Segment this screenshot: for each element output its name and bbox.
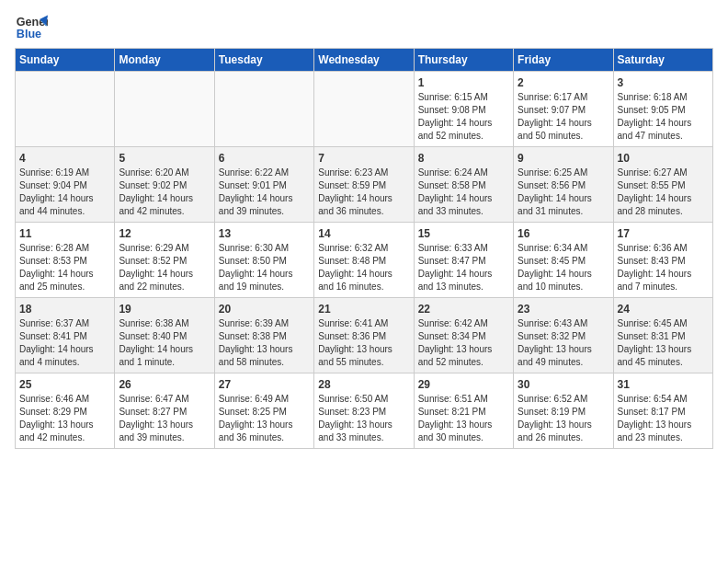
day-number: 30 <box>518 377 609 392</box>
day-info: Sunrise: 6:28 AMSunset: 8:53 PMDaylight:… <box>19 242 110 293</box>
calendar-cell: 23Sunrise: 6:43 AMSunset: 8:32 PMDayligh… <box>514 298 613 373</box>
day-number: 24 <box>618 302 709 316</box>
day-info: Sunrise: 6:19 AMSunset: 9:04 PMDaylight:… <box>19 167 110 217</box>
calendar-cell: 24Sunrise: 6:45 AMSunset: 8:31 PMDayligh… <box>613 298 712 373</box>
weekday-header-saturday: Saturday <box>613 49 712 72</box>
calendar-cell: 22Sunrise: 6:42 AMSunset: 8:34 PMDayligh… <box>414 298 513 373</box>
day-info: Sunrise: 6:51 AMSunset: 8:21 PMDaylight:… <box>418 393 509 443</box>
day-info: Sunrise: 6:20 AMSunset: 9:02 PMDaylight:… <box>119 167 210 217</box>
day-number: 21 <box>318 302 409 316</box>
logo: General Blue <box>15 11 48 44</box>
header: General Blue <box>15 11 713 44</box>
weekday-header-sunday: Sunday <box>16 49 115 72</box>
svg-text:Blue: Blue <box>17 28 41 40</box>
calendar-week-2: 4Sunrise: 6:19 AMSunset: 9:04 PMDaylight… <box>16 147 713 223</box>
calendar-cell: 5Sunrise: 6:20 AMSunset: 9:02 PMDaylight… <box>115 147 214 223</box>
day-info: Sunrise: 6:49 AMSunset: 8:25 PMDaylight:… <box>219 393 310 443</box>
calendar-cell: 6Sunrise: 6:22 AMSunset: 9:01 PMDaylight… <box>214 147 313 223</box>
day-info: Sunrise: 6:34 AMSunset: 8:45 PMDaylight:… <box>518 242 609 293</box>
calendar-cell <box>214 72 313 147</box>
weekday-header-thursday: Thursday <box>414 49 513 72</box>
day-number: 20 <box>219 302 310 316</box>
day-number: 18 <box>19 302 110 316</box>
day-info: Sunrise: 6:27 AMSunset: 8:55 PMDaylight:… <box>618 167 709 217</box>
calendar-cell: 3Sunrise: 6:18 AMSunset: 9:05 PMDaylight… <box>613 72 712 147</box>
calendar-cell: 31Sunrise: 6:54 AMSunset: 8:17 PMDayligh… <box>613 373 712 449</box>
weekday-header-wednesday: Wednesday <box>314 49 414 72</box>
day-info: Sunrise: 6:33 AMSunset: 8:47 PMDaylight:… <box>418 242 509 293</box>
header-row: SundayMondayTuesdayWednesdayThursdayFrid… <box>16 49 713 72</box>
calendar-cell: 27Sunrise: 6:49 AMSunset: 8:25 PMDayligh… <box>214 373 313 449</box>
calendar-cell: 30Sunrise: 6:52 AMSunset: 8:19 PMDayligh… <box>514 373 613 449</box>
calendar-cell: 13Sunrise: 6:30 AMSunset: 8:50 PMDayligh… <box>214 223 313 298</box>
day-number: 13 <box>219 226 310 241</box>
calendar-cell: 29Sunrise: 6:51 AMSunset: 8:21 PMDayligh… <box>414 373 513 449</box>
weekday-header-monday: Monday <box>115 49 214 72</box>
day-number: 6 <box>219 151 310 166</box>
day-number: 16 <box>518 226 609 241</box>
calendar-cell: 12Sunrise: 6:29 AMSunset: 8:52 PMDayligh… <box>115 223 214 298</box>
day-info: Sunrise: 6:30 AMSunset: 8:50 PMDaylight:… <box>219 242 310 293</box>
calendar-cell: 10Sunrise: 6:27 AMSunset: 8:55 PMDayligh… <box>613 147 712 223</box>
day-number: 22 <box>418 302 509 316</box>
day-info: Sunrise: 6:23 AMSunset: 8:59 PMDaylight:… <box>318 167 409 217</box>
day-info: Sunrise: 6:41 AMSunset: 8:36 PMDaylight:… <box>318 317 409 368</box>
day-info: Sunrise: 6:42 AMSunset: 8:34 PMDaylight:… <box>418 317 509 368</box>
calendar-week-5: 25Sunrise: 6:46 AMSunset: 8:29 PMDayligh… <box>16 373 713 449</box>
calendar-table: SundayMondayTuesdayWednesdayThursdayFrid… <box>15 48 713 449</box>
logo-icon: General Blue <box>15 11 48 44</box>
day-info: Sunrise: 6:45 AMSunset: 8:31 PMDaylight:… <box>618 317 709 368</box>
day-info: Sunrise: 6:36 AMSunset: 8:43 PMDaylight:… <box>618 242 709 293</box>
day-info: Sunrise: 6:17 AMSunset: 9:07 PMDaylight:… <box>518 91 609 142</box>
day-info: Sunrise: 6:37 AMSunset: 8:41 PMDaylight:… <box>19 317 110 368</box>
calendar-cell: 17Sunrise: 6:36 AMSunset: 8:43 PMDayligh… <box>613 223 712 298</box>
day-number: 5 <box>119 151 210 166</box>
day-number: 31 <box>618 377 709 392</box>
day-number: 1 <box>418 75 509 90</box>
calendar-cell: 2Sunrise: 6:17 AMSunset: 9:07 PMDaylight… <box>514 72 613 147</box>
day-info: Sunrise: 6:24 AMSunset: 8:58 PMDaylight:… <box>418 167 509 217</box>
day-info: Sunrise: 6:54 AMSunset: 8:17 PMDaylight:… <box>618 393 709 443</box>
day-number: 15 <box>418 226 509 241</box>
day-number: 19 <box>119 302 210 316</box>
calendar-cell: 8Sunrise: 6:24 AMSunset: 8:58 PMDaylight… <box>414 147 513 223</box>
day-info: Sunrise: 6:29 AMSunset: 8:52 PMDaylight:… <box>119 242 210 293</box>
day-number: 17 <box>618 226 709 241</box>
page-container: General Blue SundayMondayTuesdayWednesda… <box>0 0 728 456</box>
day-info: Sunrise: 6:38 AMSunset: 8:40 PMDaylight:… <box>119 317 210 368</box>
calendar-cell: 26Sunrise: 6:47 AMSunset: 8:27 PMDayligh… <box>115 373 214 449</box>
day-number: 9 <box>518 151 609 166</box>
calendar-cell: 20Sunrise: 6:39 AMSunset: 8:38 PMDayligh… <box>214 298 313 373</box>
day-info: Sunrise: 6:39 AMSunset: 8:38 PMDaylight:… <box>219 317 310 368</box>
calendar-cell: 7Sunrise: 6:23 AMSunset: 8:59 PMDaylight… <box>314 147 414 223</box>
calendar-cell: 9Sunrise: 6:25 AMSunset: 8:56 PMDaylight… <box>514 147 613 223</box>
weekday-header-friday: Friday <box>514 49 613 72</box>
day-info: Sunrise: 6:47 AMSunset: 8:27 PMDaylight:… <box>119 393 210 443</box>
calendar-cell: 28Sunrise: 6:50 AMSunset: 8:23 PMDayligh… <box>314 373 414 449</box>
day-number: 29 <box>418 377 509 392</box>
day-number: 7 <box>318 151 409 166</box>
calendar-week-1: 1Sunrise: 6:15 AMSunset: 9:08 PMDaylight… <box>16 72 713 147</box>
day-number: 26 <box>119 377 210 392</box>
day-info: Sunrise: 6:52 AMSunset: 8:19 PMDaylight:… <box>518 393 609 443</box>
day-info: Sunrise: 6:25 AMSunset: 8:56 PMDaylight:… <box>518 167 609 217</box>
calendar-cell: 19Sunrise: 6:38 AMSunset: 8:40 PMDayligh… <box>115 298 214 373</box>
day-number: 12 <box>119 226 210 241</box>
day-info: Sunrise: 6:46 AMSunset: 8:29 PMDaylight:… <box>19 393 110 443</box>
day-number: 27 <box>219 377 310 392</box>
day-number: 23 <box>518 302 609 316</box>
day-number: 25 <box>19 377 110 392</box>
day-number: 28 <box>318 377 409 392</box>
calendar-cell: 4Sunrise: 6:19 AMSunset: 9:04 PMDaylight… <box>16 147 115 223</box>
day-number: 14 <box>318 226 409 241</box>
calendar-cell: 1Sunrise: 6:15 AMSunset: 9:08 PMDaylight… <box>414 72 513 147</box>
day-info: Sunrise: 6:15 AMSunset: 9:08 PMDaylight:… <box>418 91 509 142</box>
calendar-week-3: 11Sunrise: 6:28 AMSunset: 8:53 PMDayligh… <box>16 223 713 298</box>
day-info: Sunrise: 6:32 AMSunset: 8:48 PMDaylight:… <box>318 242 409 293</box>
calendar-cell: 15Sunrise: 6:33 AMSunset: 8:47 PMDayligh… <box>414 223 513 298</box>
calendar-cell <box>16 72 115 147</box>
day-number: 2 <box>518 75 609 90</box>
calendar-week-4: 18Sunrise: 6:37 AMSunset: 8:41 PMDayligh… <box>16 298 713 373</box>
day-number: 4 <box>19 151 110 166</box>
calendar-cell: 18Sunrise: 6:37 AMSunset: 8:41 PMDayligh… <box>16 298 115 373</box>
